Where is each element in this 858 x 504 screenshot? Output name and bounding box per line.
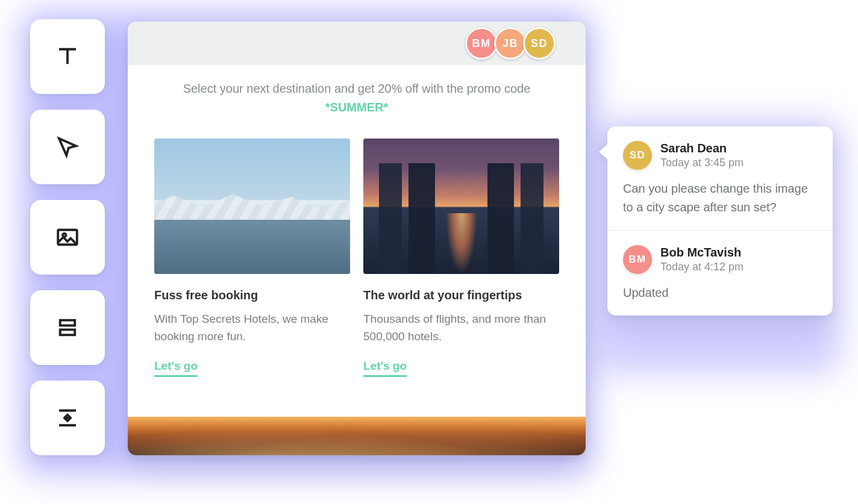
card-2-desc: Thousands of flights, and more than 500,… <box>363 311 559 345</box>
avatar-sd[interactable]: SD <box>523 27 556 60</box>
tool-pointer-button[interactable] <box>30 110 105 184</box>
card-2: The world at your fingertips Thousands o… <box>363 138 559 377</box>
card-2-cta[interactable]: Let's go <box>363 359 407 377</box>
tool-image-button[interactable] <box>30 200 105 275</box>
promo-code: *SUMMER* <box>154 101 559 114</box>
comment-2-avatar: BM <box>623 245 652 274</box>
comment-1[interactable]: SD Sarah Dean Today at 3:45 pm Can you p… <box>607 126 833 230</box>
tool-text-button[interactable] <box>30 19 105 94</box>
editor-body: Select your next destination and get 20%… <box>128 65 586 377</box>
svg-rect-2 <box>60 320 75 326</box>
comment-2-header: BM Bob McTavish Today at 4:12 pm <box>623 245 817 274</box>
avatar-jb[interactable]: JB <box>494 27 527 60</box>
card-1-desc: With Top Secrets Hotels, we make booking… <box>154 311 350 345</box>
text-icon <box>55 44 80 69</box>
card-1-image[interactable] <box>154 138 350 274</box>
comment-2-time: Today at 4:12 pm <box>660 261 744 273</box>
tool-spacing-button[interactable] <box>30 381 105 455</box>
footer-banner-image <box>128 417 586 455</box>
promo-text: Select your next destination and get 20%… <box>154 82 559 96</box>
comment-1-author: Sarah Dean <box>660 142 744 155</box>
card-1: Fuss free booking With Top Secrets Hotel… <box>154 138 350 377</box>
comment-2[interactable]: BM Bob McTavish Today at 4:12 pm Updated <box>607 230 833 316</box>
card-2-title: The world at your fingertips <box>363 288 559 302</box>
pointer-icon <box>55 134 80 160</box>
comment-1-avatar: SD <box>623 141 652 170</box>
spacing-icon <box>55 405 80 431</box>
editor-canvas: BM JB SD Select your next destination an… <box>128 22 586 455</box>
left-toolbar <box>30 19 105 455</box>
comment-1-body: Can you please change this image to a ci… <box>623 179 817 217</box>
comment-2-author: Bob McTavish <box>660 246 744 260</box>
tool-rows-button[interactable] <box>30 290 105 365</box>
cards-row: Fuss free booking With Top Secrets Hotel… <box>154 138 559 377</box>
card-1-cta[interactable]: Let's go <box>154 359 198 377</box>
collaborator-avatars: BM JB SD <box>465 27 556 60</box>
rows-icon <box>55 315 80 340</box>
comment-1-header: SD Sarah Dean Today at 3:45 pm <box>623 141 817 170</box>
image-icon <box>55 225 80 250</box>
comment-1-time: Today at 3:45 pm <box>660 157 744 169</box>
comments-panel: SD Sarah Dean Today at 3:45 pm Can you p… <box>607 126 833 316</box>
card-2-image[interactable] <box>363 138 559 274</box>
card-1-title: Fuss free booking <box>154 288 350 302</box>
avatar-bm[interactable]: BM <box>465 27 498 60</box>
svg-rect-3 <box>60 330 75 335</box>
comment-2-body: Updated <box>623 284 817 302</box>
editor-header: BM JB SD <box>128 22 586 65</box>
